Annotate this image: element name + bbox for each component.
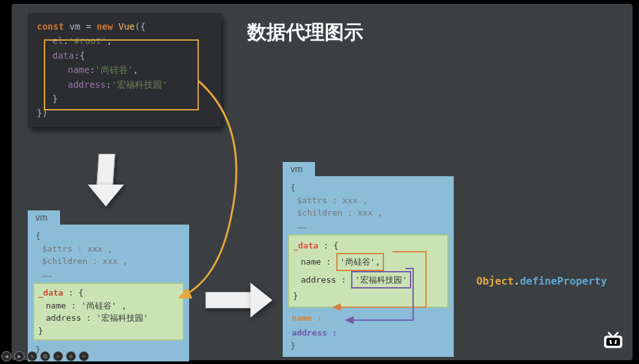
vm-right-data-label: _data bbox=[293, 241, 318, 250]
vm-left-data-label: _data bbox=[38, 288, 63, 298]
code-var-vm: vm bbox=[64, 21, 86, 32]
code-keyword-new: new bbox=[97, 21, 113, 32]
vm-left-data-block: _data : { name : '尚硅谷' , address : '宏福科技… bbox=[33, 283, 184, 341]
vm-box-right: vm { $attrs : xxx , $children : xxx , ……… bbox=[283, 162, 454, 357]
slide-title: 数据代理图示 bbox=[247, 19, 363, 46]
vm-left-addr-line: address : '宏福科技园' bbox=[38, 312, 148, 325]
vm-right-dots: …… bbox=[290, 219, 446, 232]
vm-left-dots: …… bbox=[36, 268, 181, 281]
define-property-label: Object.defineProperty bbox=[476, 275, 607, 287]
svg-rect-1 bbox=[606, 338, 620, 345]
vm-left-open: { bbox=[36, 230, 181, 243]
code-paren-open: ({ bbox=[135, 21, 146, 32]
method-text: defineProperty bbox=[520, 275, 607, 287]
tool-prev-icon[interactable]: ◀ bbox=[1, 351, 12, 361]
vm-right-open: { bbox=[290, 181, 446, 194]
tool-pen-icon[interactable]: ✎ bbox=[27, 351, 37, 361]
vm-right-name-key: name : bbox=[301, 257, 331, 267]
slide-canvas: 数据代理图示 const vm = new Vue({ el:'#root', … bbox=[12, 4, 633, 360]
tool-minimize-icon[interactable]: ⊖ bbox=[66, 351, 76, 361]
bilibili-tv-icon bbox=[602, 330, 625, 350]
vm-right-tab: vm bbox=[283, 162, 315, 176]
arrow-down-icon bbox=[86, 154, 125, 205]
dot-text: . bbox=[514, 275, 520, 287]
vm-right-addr-key: address : bbox=[301, 275, 346, 285]
vm-right-children: $children : xxx , bbox=[290, 207, 446, 219]
vm-right-attrs: $attrs : xxx , bbox=[290, 194, 446, 207]
vm-right-addr-prop: address : bbox=[290, 327, 446, 339]
vm-left-data-open: : { bbox=[63, 288, 83, 298]
presenter-toolbar: ◀ ▶ ✎ ⧉ ⌕ ⊖ ⋯ bbox=[1, 351, 89, 361]
vm-left-attrs: $attrs : xxx , bbox=[36, 243, 181, 256]
vm-right-addr-val-box: '宏福科技园' bbox=[351, 271, 411, 288]
data-highlight-box bbox=[44, 39, 199, 110]
arrow-right-icon bbox=[205, 281, 276, 318]
vm-box-left: vm { $attrs : xxx , $children : xxx , ……… bbox=[28, 210, 189, 361]
code-keyword-const: const bbox=[37, 21, 64, 32]
vm-right-data-block: _data : { name : '尚硅谷', address : '宏福科技园… bbox=[288, 234, 449, 308]
code-class-vue: Vue bbox=[113, 21, 135, 32]
tool-zoom-icon[interactable]: ⌕ bbox=[53, 351, 63, 361]
vm-right-name-val-box: '尚硅谷', bbox=[336, 253, 384, 270]
vm-right-name-prop: name : bbox=[290, 312, 446, 325]
vm-right-data-close: } bbox=[293, 288, 443, 303]
tool-next-icon[interactable]: ▶ bbox=[14, 351, 25, 361]
vm-left-tab: vm bbox=[28, 210, 60, 225]
obj-text: Object bbox=[476, 275, 514, 287]
tool-more-icon[interactable]: ⋯ bbox=[79, 351, 89, 361]
vm-left-data-close: } bbox=[38, 325, 179, 338]
vm-right-data-open: : { bbox=[318, 241, 338, 250]
code-eq: = bbox=[86, 21, 97, 32]
vm-left-children: $children : xxx , bbox=[36, 255, 181, 268]
vm-left-name-line: name : '尚硅谷' , bbox=[38, 299, 127, 312]
vm-right-close: } bbox=[290, 339, 446, 352]
tool-copy-icon[interactable]: ⧉ bbox=[40, 351, 50, 361]
